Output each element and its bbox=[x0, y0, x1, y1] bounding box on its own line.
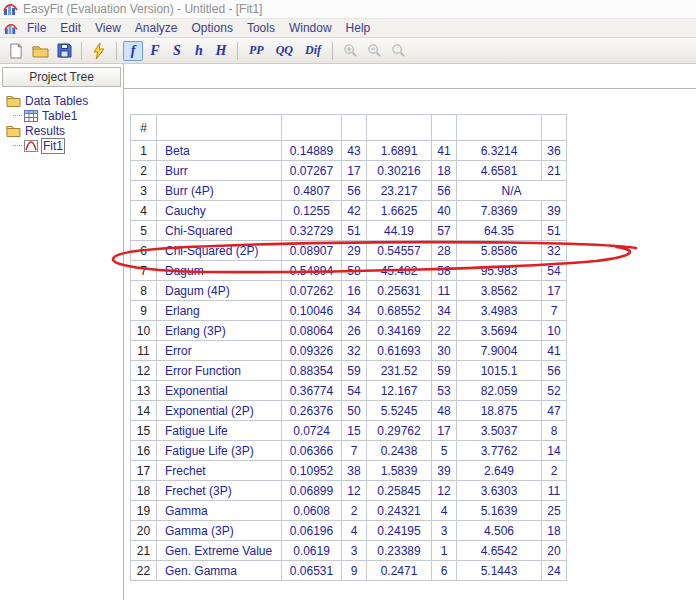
row-number-cell[interactable]: 10 bbox=[131, 321, 157, 341]
chisq-statistic-cell[interactable]: 7.8369 bbox=[457, 201, 542, 221]
cdf-plot-button[interactable]: F bbox=[145, 41, 165, 61]
row-number-cell[interactable]: 1 bbox=[131, 141, 157, 161]
ks-rank-cell[interactable]: 2 bbox=[342, 501, 367, 521]
chisq-rank-cell[interactable]: 21 bbox=[542, 161, 567, 181]
chisq-rank-cell[interactable]: 17 bbox=[542, 281, 567, 301]
ad-rank-cell[interactable]: 53 bbox=[432, 381, 457, 401]
chisq-rank-cell[interactable]: 11 bbox=[542, 481, 567, 501]
ad-rank-cell[interactable]: 56 bbox=[432, 181, 457, 201]
row-number-cell[interactable]: 4 bbox=[131, 201, 157, 221]
ks-rank-cell[interactable]: 9 bbox=[342, 561, 367, 581]
distribution-name-cell[interactable]: Error Function bbox=[157, 361, 282, 381]
ks-rank-cell[interactable]: 16 bbox=[342, 281, 367, 301]
chisq-statistic-cell[interactable]: 3.4983 bbox=[457, 301, 542, 321]
ks-rank-cell[interactable]: 59 bbox=[342, 361, 367, 381]
row-number-cell[interactable]: 18 bbox=[131, 481, 157, 501]
table-row[interactable]: 17Frechet0.10952381.5839392.6492 bbox=[131, 461, 567, 481]
ad-rank-cell[interactable]: 12 bbox=[432, 481, 457, 501]
ad-statistic-cell[interactable]: 1.6891 bbox=[367, 141, 432, 161]
ks-statistic-cell[interactable]: 0.14889 bbox=[282, 141, 342, 161]
ks-rank-cell[interactable]: 58 bbox=[342, 261, 367, 281]
chisq-statistic-cell[interactable]: 95.983 bbox=[457, 261, 542, 281]
chisq-rank-cell[interactable]: 47 bbox=[542, 401, 567, 421]
hazard-plot-button[interactable]: h bbox=[189, 41, 209, 61]
ks-rank-cell[interactable]: 12 bbox=[342, 481, 367, 501]
distribution-name-cell[interactable]: Gamma bbox=[157, 501, 282, 521]
chisq-rank-cell[interactable]: 25 bbox=[542, 501, 567, 521]
ks-statistic-cell[interactable]: 0.0608 bbox=[282, 501, 342, 521]
ad-statistic-cell[interactable]: 0.23389 bbox=[367, 541, 432, 561]
table-row[interactable]: 6Chi-Squared (2P)0.08907290.54557285.858… bbox=[131, 241, 567, 261]
ad-statistic-cell[interactable]: 1.6625 bbox=[367, 201, 432, 221]
chisq-rank-cell[interactable]: 20 bbox=[542, 541, 567, 561]
ks-rank-cell[interactable]: 15 bbox=[342, 421, 367, 441]
chisq-statistic-cell[interactable]: 4.6542 bbox=[457, 541, 542, 561]
ks-statistic-cell[interactable]: 0.36774 bbox=[282, 381, 342, 401]
chisq-rank-cell[interactable]: 52 bbox=[542, 381, 567, 401]
ad-rank-cell[interactable]: 17 bbox=[432, 421, 457, 441]
ks-statistic-cell[interactable]: 0.07262 bbox=[282, 281, 342, 301]
ad-statistic-cell[interactable]: 231.52 bbox=[367, 361, 432, 381]
distribution-name-cell[interactable]: Dagum bbox=[157, 261, 282, 281]
ks-statistic-cell[interactable]: 0.4807 bbox=[282, 181, 342, 201]
distribution-name-cell[interactable]: Chi-Squared (2P) bbox=[157, 241, 282, 261]
chisq-rank-cell[interactable]: 54 bbox=[542, 261, 567, 281]
ad-statistic-cell[interactable]: 45.482 bbox=[367, 261, 432, 281]
ad-rank-cell[interactable]: 11 bbox=[432, 281, 457, 301]
chisq-rank-cell[interactable]: 51 bbox=[542, 221, 567, 241]
ks-statistic-cell[interactable]: 0.06899 bbox=[282, 481, 342, 501]
qq-plot-button[interactable]: QQ bbox=[272, 41, 297, 60]
chisq-statistic-cell[interactable]: 3.5694 bbox=[457, 321, 542, 341]
chisq-statistic-cell[interactable]: 82.059 bbox=[457, 381, 542, 401]
table-row[interactable]: 18Frechet (3P)0.06899120.25845123.630311 bbox=[131, 481, 567, 501]
ks-rank-cell[interactable]: 29 bbox=[342, 241, 367, 261]
distribution-name-cell[interactable]: Dagum (4P) bbox=[157, 281, 282, 301]
ad-rank-cell[interactable]: 59 bbox=[432, 361, 457, 381]
pdf-plot-button[interactable]: f bbox=[123, 41, 143, 61]
table-row[interactable]: 14Exponential (2P)0.26376505.52454818.87… bbox=[131, 401, 567, 421]
table-row[interactable]: 15Fatigue Life0.0724150.29762173.50378 bbox=[131, 421, 567, 441]
ad-rank-cell[interactable]: 41 bbox=[432, 141, 457, 161]
chisq-rank-cell[interactable]: 39 bbox=[542, 201, 567, 221]
chisq-rank-cell[interactable]: 2 bbox=[542, 461, 567, 481]
ks-rank-cell[interactable]: 51 bbox=[342, 221, 367, 241]
ks-statistic-cell[interactable]: 0.06531 bbox=[282, 561, 342, 581]
menu-item-analyze[interactable]: Analyze bbox=[128, 19, 185, 37]
chisq-statistic-cell[interactable]: 7.9004 bbox=[457, 341, 542, 361]
chisq-statistic-cell[interactable]: 1015.1 bbox=[457, 361, 542, 381]
row-number-cell[interactable]: 9 bbox=[131, 301, 157, 321]
row-number-cell[interactable]: 14 bbox=[131, 401, 157, 421]
ks-statistic-cell[interactable]: 0.10952 bbox=[282, 461, 342, 481]
chisq-rank-cell[interactable]: 41 bbox=[542, 341, 567, 361]
ad-statistic-cell[interactable]: 12.167 bbox=[367, 381, 432, 401]
chisq-statistic-cell[interactable]: 18.875 bbox=[457, 401, 542, 421]
row-number-cell[interactable]: 22 bbox=[131, 561, 157, 581]
distribution-name-cell[interactable]: Gen. Gamma bbox=[157, 561, 282, 581]
ks-statistic-cell[interactable]: 0.32729 bbox=[282, 221, 342, 241]
table-row[interactable]: 1Beta0.14889431.6891416.321436 bbox=[131, 141, 567, 161]
chisq-statistic-cell[interactable]: 3.8562 bbox=[457, 281, 542, 301]
row-number-cell[interactable]: 15 bbox=[131, 421, 157, 441]
save-button[interactable] bbox=[53, 40, 75, 62]
ks-rank-cell[interactable]: 43 bbox=[342, 141, 367, 161]
distribution-name-cell[interactable]: Erlang bbox=[157, 301, 282, 321]
ad-statistic-cell[interactable]: 0.2471 bbox=[367, 561, 432, 581]
ad-rank-cell[interactable]: 3 bbox=[432, 521, 457, 541]
ks-rank-cell[interactable]: 7 bbox=[342, 441, 367, 461]
ad-rank-cell[interactable]: 1 bbox=[432, 541, 457, 561]
menu-item-file[interactable]: File bbox=[20, 19, 53, 37]
distribution-name-cell[interactable]: Frechet (3P) bbox=[157, 481, 282, 501]
table-row[interactable]: 12Error Function0.8835459231.52591015.15… bbox=[131, 361, 567, 381]
open-button[interactable] bbox=[29, 40, 51, 62]
distribution-name-cell[interactable]: Fatigue Life bbox=[157, 421, 282, 441]
chisq-statistic-cell[interactable]: 3.5037 bbox=[457, 421, 542, 441]
row-number-cell[interactable]: 20 bbox=[131, 521, 157, 541]
distribution-name-cell[interactable]: Erlang (3P) bbox=[157, 321, 282, 341]
chisq-rank-cell[interactable]: 32 bbox=[542, 241, 567, 261]
chisq-rank-cell[interactable]: 18 bbox=[542, 521, 567, 541]
ks-rank-cell[interactable]: 4 bbox=[342, 521, 367, 541]
chisq-statistic-cell[interactable]: 3.6303 bbox=[457, 481, 542, 501]
row-number-cell[interactable]: 5 bbox=[131, 221, 157, 241]
table-row[interactable]: 11Error0.09326320.61693307.900441 bbox=[131, 341, 567, 361]
row-number-cell[interactable]: 7 bbox=[131, 261, 157, 281]
